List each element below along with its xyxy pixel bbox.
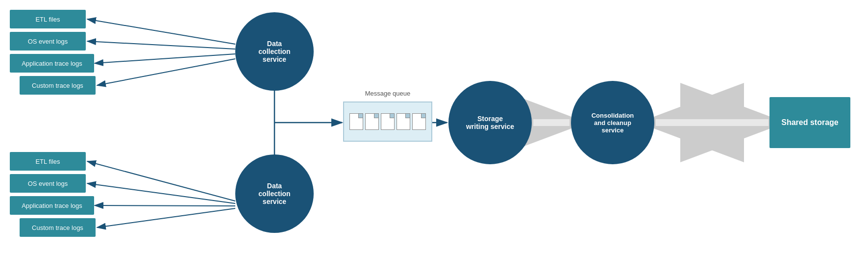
etl-files-bot: ETL files <box>10 152 86 171</box>
message-queue-label: Message queue <box>343 90 432 97</box>
svg-line-16 <box>87 161 235 201</box>
svg-line-19 <box>97 208 235 228</box>
svg-line-6 <box>95 54 235 63</box>
app-trace-logs-bot: Application trace logs <box>10 196 94 215</box>
data-collection-service-bot: Data collection service <box>235 154 314 233</box>
svg-line-4 <box>87 19 235 44</box>
os-event-logs-top: OS event logs <box>10 32 86 51</box>
storage-writing-service: Storage writing service <box>448 81 532 164</box>
svg-line-18 <box>95 205 235 206</box>
shared-storage: Shared storage <box>769 97 850 148</box>
app-trace-logs-top: Application trace logs <box>10 54 94 73</box>
arrows-svg <box>0 0 868 253</box>
svg-line-5 <box>87 41 235 49</box>
custom-trace-logs-top: Custom trace logs <box>20 76 96 95</box>
data-collection-service-top: Data collection service <box>235 12 314 91</box>
doc-icon-1 <box>349 113 363 130</box>
os-event-logs-bot: OS event logs <box>10 174 86 193</box>
doc-icon-5 <box>412 113 426 130</box>
consolidation-cleanup-service: Consolidation and cleanup service <box>571 81 654 164</box>
etl-files-top: ETL files <box>10 10 86 28</box>
doc-icon-2 <box>365 113 379 130</box>
doc-icon-4 <box>397 113 410 130</box>
custom-trace-logs-bot: Custom trace logs <box>20 218 96 237</box>
architecture-diagram: ETL files OS event logs Application trac… <box>0 0 868 253</box>
doc-icon-3 <box>381 113 395 130</box>
svg-line-7 <box>97 59 235 85</box>
message-queue <box>343 101 432 142</box>
svg-line-17 <box>87 183 235 203</box>
